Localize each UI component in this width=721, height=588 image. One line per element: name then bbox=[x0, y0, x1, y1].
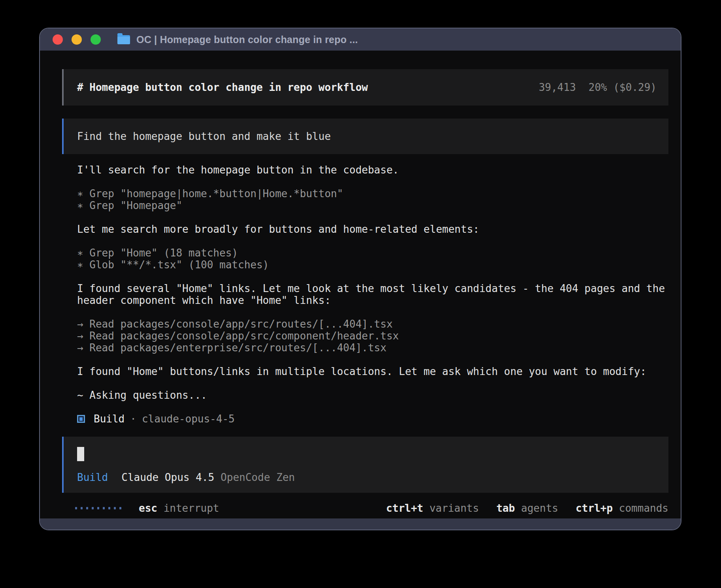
transcript-line bbox=[77, 377, 668, 389]
transcript-line bbox=[77, 211, 668, 223]
transcript-line bbox=[77, 235, 668, 247]
prompt-input[interactable]: Build Claude Opus 4.5 OpenCode Zen bbox=[62, 437, 668, 493]
transcript-line: ∗ Grep "homepage|home.*button|Home.*butt… bbox=[77, 188, 668, 200]
transcript-line: I found "Home" buttons/links in multiple… bbox=[77, 366, 668, 377]
transcript-line bbox=[77, 354, 668, 366]
session-title: # Homepage button color change in repo w… bbox=[77, 81, 539, 93]
close-button[interactable] bbox=[53, 34, 63, 45]
status-bar: esc interrupt ctrl+t variants tab agents… bbox=[62, 502, 668, 514]
transcript-line: ∗ Grep "Homepage" bbox=[77, 200, 668, 211]
minimize-button[interactable] bbox=[72, 34, 82, 45]
token-count: 39,413 bbox=[539, 81, 576, 93]
agent-name: Build bbox=[94, 413, 125, 425]
status-left: esc interrupt bbox=[75, 502, 219, 514]
user-message: Find the homepage button and make it blu… bbox=[62, 119, 668, 154]
transcript-line bbox=[77, 271, 668, 283]
transcript-line: header component which have "Home" links… bbox=[77, 294, 668, 306]
input-provider-label: OpenCode Zen bbox=[221, 471, 295, 483]
input-model-label[interactable]: Claude Opus 4.5 bbox=[121, 471, 214, 483]
transcript-line bbox=[77, 306, 668, 318]
transcript-line: ∗ Grep "Home" (18 matches) bbox=[77, 247, 668, 259]
window-footer bbox=[40, 518, 681, 530]
session-stats: 39,413 20% ($0.29) bbox=[539, 81, 657, 93]
transcript-line: Let me search more broadly for buttons a… bbox=[77, 223, 668, 235]
terminal-content: # Homepage button color change in repo w… bbox=[40, 51, 681, 518]
session-header: # Homepage button color change in repo w… bbox=[62, 69, 668, 106]
transcript: I'll search for the homepage button in t… bbox=[62, 164, 668, 401]
keyboard-hint: tab agents bbox=[496, 502, 559, 514]
keyboard-hint: ctrl+p commands bbox=[576, 502, 668, 514]
transcript-line: ~ Asking questions... bbox=[77, 389, 668, 401]
agent-separator: · bbox=[130, 413, 136, 425]
user-message-text: Find the homepage button and make it blu… bbox=[77, 130, 331, 142]
keyboard-hint: ctrl+t variants bbox=[386, 502, 479, 514]
transcript-line: ∗ Glob "**/*.tsx" (100 matches) bbox=[77, 259, 668, 271]
hints-left: esc interrupt bbox=[139, 502, 219, 514]
zoom-button[interactable] bbox=[91, 34, 101, 45]
context-cost: 20% ($0.29) bbox=[589, 81, 657, 93]
folder-icon bbox=[117, 35, 130, 44]
square-badge-icon bbox=[77, 415, 85, 423]
input-agent-label[interactable]: Build bbox=[77, 471, 108, 483]
spinner-dots-icon bbox=[75, 507, 121, 509]
transcript-line: → Read packages/enterprise/src/routes/[.… bbox=[77, 342, 668, 354]
keyboard-hint: esc interrupt bbox=[139, 502, 219, 514]
titlebar: OC | Homepage button color change in rep… bbox=[40, 28, 681, 51]
transcript-line: I'll search for the homepage button in t… bbox=[77, 164, 668, 176]
hints-right: ctrl+t variants tab agents ctrl+p comman… bbox=[386, 502, 668, 514]
text-cursor bbox=[77, 447, 84, 461]
input-meta: Build Claude Opus 4.5 OpenCode Zen bbox=[77, 471, 657, 483]
transcript-line bbox=[77, 176, 668, 188]
window-title: OC | Homepage button color change in rep… bbox=[136, 34, 358, 45]
agent-status-row: Build · claude-opus-4-5 bbox=[62, 413, 668, 425]
transcript-line: → Read packages/console/app/src/componen… bbox=[77, 330, 668, 342]
transcript-line: → Read packages/console/app/src/routes/[… bbox=[77, 318, 668, 330]
transcript-line: I found several "Home" links. Let me loo… bbox=[77, 283, 668, 294]
traffic-lights bbox=[53, 34, 101, 45]
agent-model: claude-opus-4-5 bbox=[142, 413, 235, 425]
terminal-window: OC | Homepage button color change in rep… bbox=[39, 28, 681, 530]
